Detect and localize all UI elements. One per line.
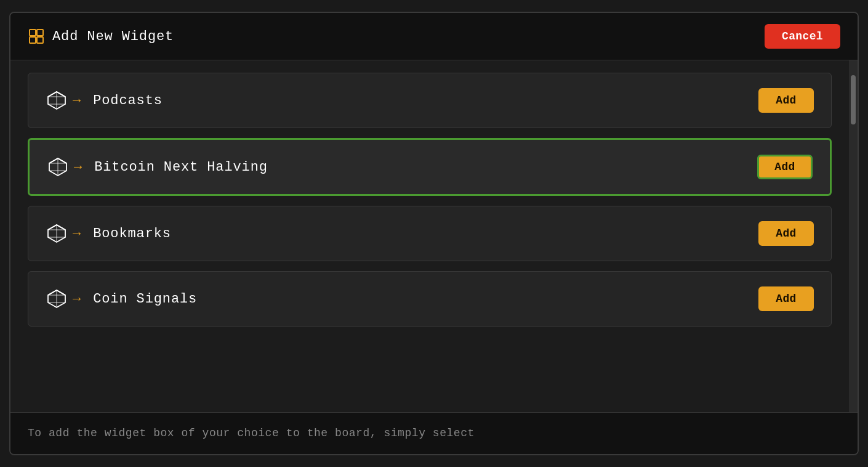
widget-icon-group: → [47,156,82,178]
add-button-bitcoin-next-halving[interactable]: Add [757,155,813,179]
widget-item-bitcoin-next-halving[interactable]: → Bitcoin Next Halving Add [28,138,832,196]
arrow-icon: → [73,93,81,108]
widget-icon-group: → [46,89,81,112]
svg-rect-0 [30,30,36,36]
widget-item-left: → Podcasts [46,89,163,112]
svg-rect-2 [30,37,36,43]
arrow-icon: → [74,160,82,175]
svg-rect-3 [37,37,43,43]
box-icon [47,156,69,178]
modal-header: Add New Widget Cancel [10,13,858,60]
widget-list: → Podcasts Add [10,60,849,412]
widget-item-bookmarks[interactable]: → Bookmarks Add [28,206,832,261]
widget-name-bitcoin-next-halving: Bitcoin Next Halving [94,160,268,175]
arrow-icon: → [73,226,81,242]
add-widget-modal: Add New Widget Cancel → [9,12,859,455]
scrollbar-track[interactable] [849,60,858,412]
add-button-bookmarks[interactable]: Add [758,221,814,246]
svg-rect-1 [37,30,43,36]
box-icon [46,89,68,112]
widget-icon [28,28,45,45]
footer-text: To add the widget box of your choice to … [28,425,840,442]
widget-item-left: → Coin Signals [46,288,197,310]
widget-name-coin-signals: Coin Signals [93,291,197,307]
cancel-button[interactable]: Cancel [765,24,840,49]
widget-item-left: → Bookmarks [46,222,171,245]
box-icon [46,288,68,310]
add-button-coin-signals[interactable]: Add [758,286,814,311]
widget-item-podcasts[interactable]: → Podcasts Add [28,73,832,128]
modal-title: Add New Widget [52,29,174,44]
widget-name-bookmarks: Bookmarks [93,226,171,242]
arrow-icon: → [73,291,81,307]
modal-body: → Podcasts Add [10,60,858,412]
widget-icon-group: → [46,222,81,245]
header-left: Add New Widget [28,28,174,45]
widget-icon-group: → [46,288,81,310]
modal-footer: To add the widget box of your choice to … [10,412,858,454]
widget-item-coin-signals[interactable]: → Coin Signals Add [28,271,832,327]
scrollbar-thumb[interactable] [851,75,856,124]
box-icon [46,222,68,245]
widget-name-podcasts: Podcasts [93,93,163,108]
widget-item-left: → Bitcoin Next Halving [47,156,268,178]
add-button-podcasts[interactable]: Add [758,88,814,113]
